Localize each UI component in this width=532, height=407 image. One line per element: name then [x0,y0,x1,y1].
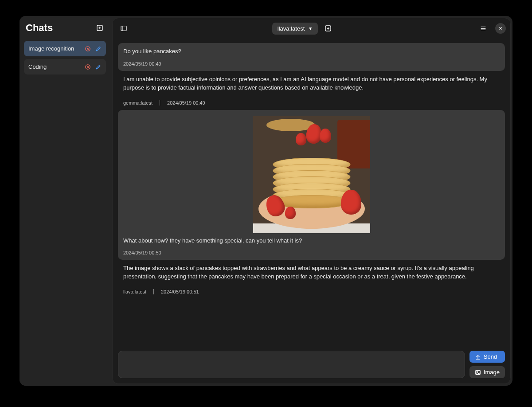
meta-separator [153,289,154,294]
app-window: Chats Image recognition [20,16,512,386]
assistant-message: I am unable to provide subjective opinio… [118,75,505,106]
new-tab-button[interactable] [321,22,335,35]
model-selector[interactable]: llava:latest ▼ [272,23,318,35]
assistant-message: The image shows a stack of pancakes topp… [118,264,505,294]
new-chat-button[interactable] [95,23,104,32]
pencil-icon [95,64,102,70]
message-model: gemma:latest [123,100,153,106]
chevron-down-icon: ▼ [308,26,313,31]
delete-chat-button[interactable] [85,46,91,52]
pancake-image [253,116,370,233]
model-label: llava:latest [278,25,305,32]
message-timestamp: 2024/05/19 00:49 [167,100,205,106]
message-timestamp: 2024/05/19 00:51 [161,289,199,294]
chat-row-image-recognition[interactable]: Image recognition [24,41,106,56]
send-label: Send [484,353,497,360]
message-timestamp: 2024/05/19 00:50 [123,250,500,255]
message-text: What about now? they have something spec… [123,237,500,245]
svg-rect-5 [476,370,481,374]
image-button[interactable]: Image [469,366,505,378]
message-image [123,114,500,237]
message-input[interactable] [118,351,465,378]
edit-chat-button[interactable] [95,64,102,70]
menu-button[interactable] [477,22,490,35]
pencil-icon [95,46,102,52]
sidebar: Chats Image recognition [20,16,110,386]
message-text: Do you like pancakes? [123,47,500,56]
messages: Do you like pancakes? 2024/05/19 00:49 I… [113,39,510,346]
circle-x-icon [85,46,91,52]
image-label: Image [484,369,500,376]
plus-box-icon [96,24,103,31]
close-button[interactable] [495,23,506,34]
circle-x-icon [85,64,91,70]
image-icon [475,369,481,376]
toggle-sidebar-button[interactable] [117,22,130,35]
user-message: What about now? they have something spec… [118,110,505,260]
delete-chat-button[interactable] [85,64,91,70]
meta-separator [160,100,160,106]
toolbar: llava:latest ▼ [113,18,510,39]
message-timestamp: 2024/05/19 00:49 [123,61,500,67]
plus-box-icon [325,25,332,32]
chat-row-label: Coding [28,63,85,70]
close-icon [498,26,503,31]
message-text: I am unable to provide subjective opinio… [123,75,500,92]
main-panel: llava:latest ▼ [112,18,511,384]
user-message: Do you like pancakes? 2024/05/19 00:49 [118,43,505,71]
send-button[interactable]: Send [469,351,505,363]
svg-rect-3 [121,26,126,31]
sidebar-header: Chats [20,16,110,38]
chat-list: Image recognition Coding [20,38,110,77]
upload-icon [475,354,481,360]
message-text: The image shows a stack of pancakes topp… [123,264,500,281]
hamburger-icon [480,25,487,32]
sidebar-title: Chats [26,22,53,34]
sidebar-icon [120,25,127,32]
edit-chat-button[interactable] [95,46,102,52]
message-model: llava:latest [123,289,146,294]
chat-row-label: Image recognition [28,45,85,52]
chat-row-coding[interactable]: Coding [24,59,106,74]
composer: Send Image [113,346,510,384]
